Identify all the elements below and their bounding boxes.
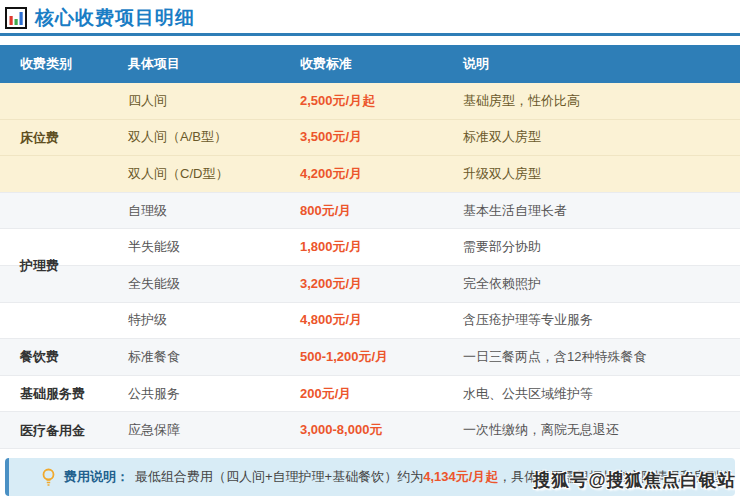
fee-table: 收费类别 具体项目 收费标准 说明 四人间 2,500元/月起 基础房型，性价比… (0, 45, 740, 449)
item-cell: 全失能级 (108, 275, 285, 293)
fee-note-highlight: 4,134元/月起 (423, 468, 498, 486)
header-category: 收费类别 (0, 55, 108, 73)
description-cell: 基础房型，性价比高 (451, 92, 740, 110)
price-cell: 800元/月 (285, 202, 451, 220)
table-row-double-cd: 双人间（C/D型） 4,200元/月 升级双人房型 (0, 156, 740, 193)
item-cell: 双人间（C/D型） (108, 165, 285, 183)
page-header: 核心收费项目明细 (0, 0, 740, 30)
bar-chart-icon (5, 7, 27, 29)
table-body: 四人间 2,500元/月起 基础房型，性价比高 双人间（A/B型） 3,500元… (0, 83, 740, 449)
fee-note-text-before: 最低组合费用（四人间+自理护理+基础餐饮）约为 (135, 468, 423, 486)
header-item: 具体项目 (108, 55, 285, 73)
table-row-fully-disabled: 全失能级 3,200元/月 完全依赖照护 (0, 266, 740, 303)
title-divider (0, 33, 740, 36)
item-cell: 公共服务 (108, 385, 285, 403)
description-cell: 升级双人房型 (451, 165, 740, 183)
item-cell: 双人间（A/B型） (108, 128, 285, 146)
page-title: 核心收费项目明细 (35, 5, 195, 31)
table-row-self-care: 自理级 800元/月 基本生活自理长者 (0, 193, 740, 230)
item-cell: 应急保障 (108, 421, 285, 439)
description-cell: 含压疮护理等专业服务 (451, 311, 740, 329)
table-row-emergency-reserve: 应急保障 3,000-8,000元 一次性缴纳，离院无息退还 (0, 412, 740, 449)
table-row-quad-room: 四人间 2,500元/月起 基础房型，性价比高 (0, 83, 740, 120)
description-cell: 水电、公共区域维护等 (451, 385, 740, 403)
price-cell: 2,500元/月起 (285, 92, 451, 110)
price-cell: 4,800元/月 (285, 311, 451, 329)
price-cell: 1,800元/月 (285, 238, 451, 256)
table-row-standard-meals: 标准餐食 500-1,200元/月 一日三餐两点，含12种特殊餐食 (0, 339, 740, 376)
table-header-row: 收费类别 具体项目 收费标准 说明 (0, 45, 740, 83)
item-cell: 半失能级 (108, 238, 285, 256)
header-price: 收费标准 (285, 55, 451, 73)
watermark: 搜狐号@搜狐焦点白银站 (533, 468, 736, 492)
description-cell: 一日三餐两点，含12种特殊餐食 (451, 348, 740, 366)
lightbulb-icon (41, 468, 56, 487)
item-cell: 四人间 (108, 92, 285, 110)
description-cell: 需要部分协助 (451, 238, 740, 256)
description-cell: 标准双人房型 (451, 128, 740, 146)
price-cell: 3,500元/月 (285, 128, 451, 146)
description-cell: 一次性缴纳，离院无息退还 (451, 421, 740, 439)
table-row-public-service: 公共服务 200元/月 水电、公共区域维护等 (0, 376, 740, 413)
table-row-double-ab: 双人间（A/B型） 3,500元/月 标准双人房型 (0, 120, 740, 157)
item-cell: 自理级 (108, 202, 285, 220)
item-cell: 特护级 (108, 311, 285, 329)
item-cell: 标准餐食 (108, 348, 285, 366)
header-description: 说明 (451, 55, 740, 73)
price-cell: 3,000-8,000元 (285, 421, 451, 439)
fee-note-label: 费用说明： (64, 468, 129, 486)
price-cell: 4,200元/月 (285, 165, 451, 183)
table-row-special-care: 特护级 4,800元/月 含压疮护理等专业服务 (0, 303, 740, 340)
table-row-semi-disabled: 半失能级 1,800元/月 需要部分协助 (0, 229, 740, 266)
price-cell: 3,200元/月 (285, 275, 451, 293)
price-cell: 500-1,200元/月 (285, 348, 451, 366)
price-cell: 200元/月 (285, 385, 451, 403)
description-cell: 完全依赖照护 (451, 275, 740, 293)
description-cell: 基本生活自理长者 (451, 202, 740, 220)
